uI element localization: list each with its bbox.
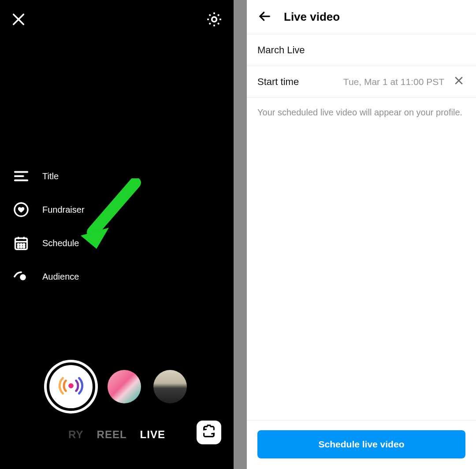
bottom-controls: RY REEL LIVE: [0, 346, 234, 469]
title-option[interactable]: Title: [12, 167, 85, 185]
settings-button[interactable]: [205, 11, 224, 30]
option-label: Title: [42, 171, 59, 181]
annotation-arrow: [77, 178, 143, 251]
svg-point-17: [20, 274, 26, 281]
svg-point-12: [21, 244, 22, 245]
start-time-right: Tue, Mar 1 at 11:00 PST: [343, 75, 465, 89]
schedule-live-video-button[interactable]: Schedule live video: [257, 430, 465, 458]
svg-point-15: [21, 246, 22, 247]
top-bar: [0, 8, 234, 33]
schedule-note: Your scheduled live video will appear on…: [247, 98, 476, 127]
effect-selector-row: [0, 362, 234, 411]
mode-item-reel[interactable]: REEL: [97, 428, 127, 441]
flip-camera-button[interactable]: [197, 421, 221, 444]
gear-icon: [205, 11, 223, 30]
audience-option[interactable]: Audience: [12, 268, 85, 285]
clear-start-time-button[interactable]: [452, 75, 465, 89]
close-button[interactable]: [10, 11, 27, 29]
svg-point-20: [68, 383, 74, 388]
svg-marker-19: [81, 228, 109, 249]
panel-header: Live video: [247, 0, 476, 34]
event-title-value: March Live: [257, 44, 305, 56]
svg-point-16: [23, 246, 25, 247]
live-options-list: Title Fundraiser Schedule: [12, 167, 85, 285]
arrow-left-icon: [257, 10, 272, 25]
option-label: Fundraiser: [42, 205, 85, 215]
fundraiser-option[interactable]: Fundraiser: [12, 201, 85, 218]
svg-point-11: [18, 244, 19, 245]
close-icon: [11, 12, 26, 29]
calendar-icon: [12, 234, 30, 252]
eye-icon: [12, 268, 30, 285]
broadcast-icon: [57, 372, 85, 401]
flip-camera-icon: [201, 424, 216, 441]
svg-point-14: [18, 246, 19, 247]
lines-icon: [12, 167, 30, 185]
back-button[interactable]: [256, 8, 273, 26]
panel-footer: Schedule live video: [247, 420, 476, 469]
effect-thumbnail-1[interactable]: [108, 370, 141, 403]
panel-title: Live video: [284, 10, 340, 24]
panel-divider: [234, 0, 247, 469]
heart-circle-icon: [12, 201, 30, 218]
schedule-live-panel: Live video March Live Start time Tue, Ma…: [247, 0, 476, 469]
mode-item-live[interactable]: LIVE: [140, 428, 165, 441]
close-icon: [454, 75, 464, 89]
start-time-label: Start time: [257, 76, 299, 88]
live-camera-panel: Title Fundraiser Schedule: [0, 0, 234, 469]
event-title-field[interactable]: March Live: [247, 34, 476, 66]
go-live-button[interactable]: [47, 362, 95, 411]
option-label: Audience: [42, 272, 79, 282]
schedule-option[interactable]: Schedule: [12, 234, 85, 252]
svg-point-13: [23, 244, 25, 245]
start-time-value: Tue, Mar 1 at 11:00 PST: [343, 77, 444, 87]
start-time-row[interactable]: Start time Tue, Mar 1 at 11:00 PST: [247, 66, 476, 98]
option-label: Schedule: [42, 238, 79, 248]
effect-thumbnail-2[interactable]: [153, 370, 187, 403]
svg-point-2: [212, 17, 217, 22]
mode-item-partial[interactable]: RY: [68, 428, 83, 441]
svg-line-18: [93, 183, 135, 232]
